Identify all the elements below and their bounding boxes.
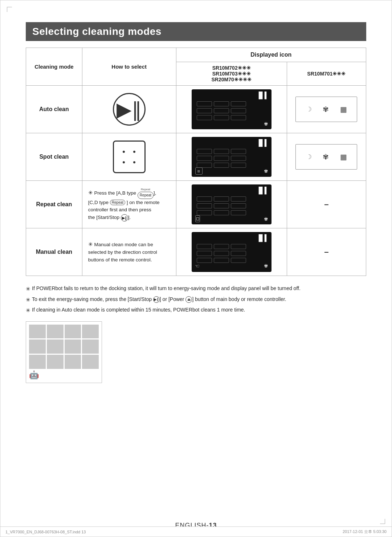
- note-asterisk-1: ✳: [26, 285, 30, 293]
- mode-repeat-clean: Repeat clean: [26, 181, 82, 228]
- note-asterisk-2: ✳: [26, 296, 30, 304]
- play-pause-icon: ▶‖: [113, 93, 146, 126]
- header-cleaning-mode: Cleaning mode: [26, 48, 82, 86]
- how-text-manual: ✳ Manual clean mode can be selected by t…: [87, 238, 172, 266]
- lcd-fan-manual: ✾: [264, 262, 268, 270]
- lcd-bottom-icons-auto: ✾: [192, 120, 271, 127]
- sr701-fan-icon: ✾: [323, 105, 329, 114]
- lcd-lines: [197, 101, 246, 120]
- mode-manual-clean: Manual clean: [26, 228, 82, 276]
- spot-grid: [120, 148, 138, 166]
- display-repeat-702: ▐▌▌: [176, 181, 287, 228]
- corner-mark-tl: [7, 7, 12, 12]
- note-start-stop-icon: ▶‖: [153, 296, 160, 303]
- lcd-bottom-icons-repeat: □ ✾: [192, 215, 271, 222]
- lcd-bottom-icons-manual: ☜ ✾: [192, 262, 271, 270]
- lcd-lines-manual: [197, 244, 246, 263]
- header-how-to-select: How to select: [82, 48, 176, 86]
- bottom-bar-left: 1_VR7000_EN_DJ68-00763H-08_ST.indd 13: [5, 530, 86, 534]
- sr701-display-auto: ☽ ✾ ▦: [295, 97, 357, 122]
- lcd-lines-spot: [197, 149, 246, 168]
- display-auto-702: ▐▌▌: [176, 86, 287, 133]
- lcd-line-1: [197, 101, 246, 106]
- sr701-book-spot: ▦: [340, 152, 347, 161]
- header-sr701: SR10M701✳✳✳: [287, 62, 366, 86]
- lcd-lines-repeat: [197, 196, 246, 215]
- header-displayed-icon: Displayed icon: [176, 48, 366, 62]
- mode-spot-clean: Spot clean: [26, 133, 82, 181]
- grid-image: 🤖: [26, 321, 102, 383]
- display-manual-701: –: [287, 228, 366, 276]
- lcd-display-manual-702: ▐▌▌: [192, 232, 271, 272]
- lcd-hand-icon: ☜: [195, 262, 199, 270]
- table-row-repeat-clean: Repeat clean ✳ Press the [A,B type Repea…: [26, 181, 366, 228]
- table-row-spot-clean: Spot clean ▐▌▌: [26, 133, 366, 181]
- display-spot-701: ☽ ✾ ▦: [287, 133, 366, 181]
- bottom-bar-right: 2017-12-01 오후 5:03:30: [343, 529, 387, 534]
- lcd-battery-icon: ▐▌▌: [257, 91, 269, 99]
- note-line-3: ✳ If cleaning in Auto clean mode is comp…: [26, 306, 366, 315]
- table-row-manual-clean: Manual clean ✳ Manual clean mode can be …: [26, 228, 366, 276]
- lcd-battery-spot: ▐▌▌: [257, 139, 269, 147]
- lcd-line-2: [197, 108, 246, 113]
- lcd-line-3: [197, 115, 246, 120]
- note-text-3: If cleaning in Auto clean mode is comple…: [32, 306, 366, 315]
- grid-image-container: 🤖: [26, 321, 366, 383]
- bottom-bar: 1_VR7000_EN_DJ68-00763H-08_ST.indd 13 20…: [0, 526, 392, 537]
- note-line-1: ✳ If POWERbot fails to return to the doc…: [26, 285, 366, 293]
- lcd-fan-icon: ✾: [264, 120, 268, 127]
- mode-label-auto: Auto clean: [39, 106, 69, 112]
- cleaning-modes-table: Cleaning mode How to select Displayed ic…: [26, 48, 366, 276]
- lcd-display-spot-702: ▐▌▌: [192, 137, 271, 177]
- note-asterisk-3: ✳: [26, 306, 30, 315]
- sr701-moon-spot: ☽: [306, 153, 312, 161]
- how-repeat-clean: ✳ Press the [A,B type Repeat Repeat ], […: [82, 181, 176, 228]
- lcd-display-auto-702: ▐▌▌: [192, 89, 271, 129]
- grid-robot-row: 🤖: [29, 370, 99, 380]
- lcd-fan-spot: ✾: [264, 167, 268, 175]
- sr701-moon-icon: ☽: [306, 105, 312, 113]
- how-spot-clean: [82, 133, 176, 181]
- how-manual-clean: ✳ Manual clean mode can be selected by t…: [82, 228, 176, 276]
- note-line-2: ✳ To exit the energy-saving mode, press …: [26, 296, 366, 304]
- display-manual-702: ▐▌▌: [176, 228, 287, 276]
- spot-outer-icon: [113, 141, 146, 173]
- display-repeat-701: –: [287, 181, 366, 228]
- lcd-battery-repeat: ▐▌▌: [257, 187, 269, 194]
- mode-auto-clean: Auto clean: [26, 86, 82, 133]
- table-row-auto-clean: Auto clean ▶‖ ▐▌▌: [26, 86, 366, 133]
- display-spot-702: ▐▌▌: [176, 133, 287, 181]
- note-text-1: If POWERbot fails to return to the docki…: [32, 285, 366, 293]
- notes-section: ✳ If POWERbot fails to return to the doc…: [26, 285, 366, 315]
- lcd-display-repeat-702: ▐▌▌: [192, 184, 271, 224]
- lcd-fan-repeat: ✾: [264, 215, 268, 222]
- mode-label-repeat: Repeat clean: [36, 201, 72, 207]
- display-auto-701: ☽ ✾ ▦: [287, 86, 366, 133]
- lcd-spot-bottom-icon: ⊞: [195, 167, 203, 175]
- note-text-2: To exit the energy-saving mode, press th…: [32, 296, 366, 304]
- page-title: Selecting cleaning modes: [26, 22, 366, 41]
- sr701-book-icon: ▦: [340, 105, 347, 114]
- mode-label-manual: Manual clean: [36, 249, 72, 255]
- page-wrapper: Selecting cleaning modes Cleaning mode H…: [0, 0, 392, 537]
- sr701-display-spot: ☽ ✾ ▦: [295, 144, 357, 170]
- how-text-repeat: ✳ Press the [A,B type Repeat Repeat ], […: [87, 185, 172, 224]
- lcd-bottom-icons-spot: ⊞ ✾: [192, 167, 271, 175]
- grid-cells: [29, 325, 99, 369]
- lcd-repeat-bottom-icon: □: [195, 215, 200, 222]
- note-power-icon: ⏏: [185, 296, 192, 303]
- robot-icon: 🤖: [29, 370, 39, 380]
- how-auto-clean: ▶‖: [82, 86, 176, 133]
- start-stop-icon-repeat: ▶‖: [121, 214, 128, 221]
- lcd-battery-manual: ▐▌▌: [257, 234, 269, 242]
- sr701-fan-spot: ✾: [323, 152, 329, 161]
- mode-label-spot: Spot clean: [39, 154, 69, 160]
- header-sr702-703: SR10M702✳✳✳ SR10M703✳✳✳ SR20M70✳✳✳✳: [176, 62, 287, 86]
